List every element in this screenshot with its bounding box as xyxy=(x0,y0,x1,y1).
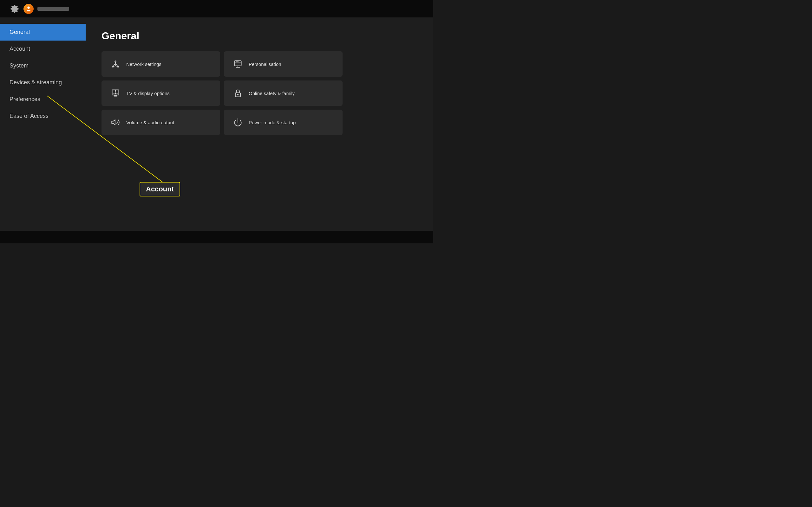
svg-line-11 xyxy=(47,96,168,186)
annotation-arrow xyxy=(0,0,433,243)
